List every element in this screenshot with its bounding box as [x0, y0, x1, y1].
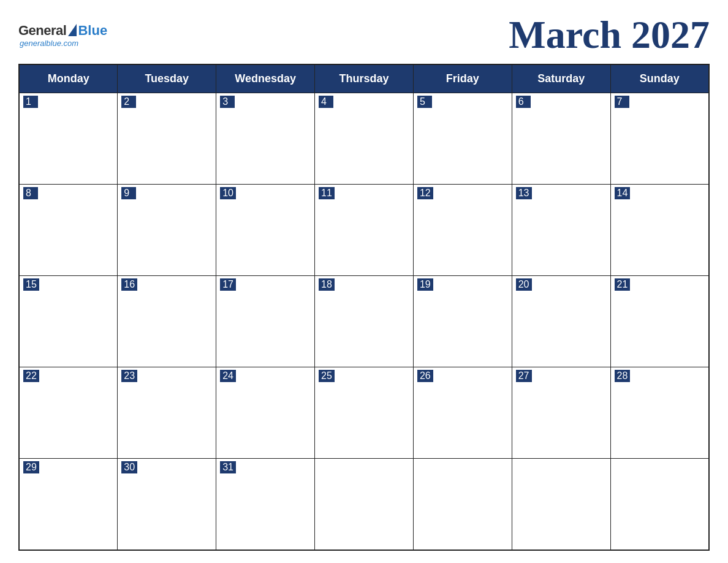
- day-number: 26: [417, 370, 433, 382]
- table-row: [610, 459, 709, 550]
- logo-blue-text: Blue: [78, 23, 107, 39]
- day-number: 1: [23, 96, 38, 108]
- table-row: 22: [19, 367, 118, 459]
- table-row: 7: [610, 93, 709, 185]
- table-row: 25: [315, 367, 414, 459]
- table-row: 24: [216, 367, 315, 459]
- day-number: 24: [220, 370, 236, 382]
- col-monday: Monday: [19, 64, 118, 93]
- day-number: 16: [121, 278, 137, 291]
- calendar-week-row: 293031: [19, 459, 709, 550]
- day-number: 21: [615, 278, 631, 291]
- table-row: 21: [610, 276, 709, 367]
- calendar-week-row: 15161718192021: [19, 276, 709, 367]
- table-row: 30: [118, 459, 216, 550]
- day-number: 13: [516, 187, 532, 199]
- table-row: 10: [216, 185, 315, 276]
- col-friday: Friday: [413, 64, 512, 93]
- col-saturday: Saturday: [512, 64, 610, 93]
- table-row: 2: [118, 93, 216, 185]
- page: General Blue generalblue.com March 2027 …: [0, 0, 728, 563]
- col-thursday: Thursday: [315, 64, 414, 93]
- logo-triangle-icon: [68, 24, 77, 36]
- day-number: 3: [220, 96, 235, 108]
- table-row: 31: [216, 459, 315, 550]
- day-number: 23: [121, 370, 137, 382]
- logo-subtitle-text: generalblue.com: [20, 39, 78, 48]
- day-number: 12: [417, 187, 433, 199]
- table-row: 9: [118, 185, 216, 276]
- month-title: March 2027: [509, 12, 710, 58]
- table-row: 29: [19, 459, 118, 550]
- table-row: 1: [19, 93, 118, 185]
- day-number: 29: [23, 461, 39, 473]
- day-number: 20: [516, 278, 532, 291]
- day-number: 14: [615, 187, 631, 199]
- table-row: 20: [512, 276, 610, 367]
- day-number: 22: [23, 370, 39, 382]
- table-row: 16: [118, 276, 216, 367]
- table-row: 18: [315, 276, 414, 367]
- day-number: 9: [121, 187, 136, 199]
- table-row: 28: [610, 367, 709, 459]
- table-row: 4: [315, 93, 414, 185]
- calendar-body: 1234567891011121314151617181920212223242…: [19, 93, 709, 551]
- calendar-week-row: 891011121314: [19, 185, 709, 276]
- day-number: 2: [121, 96, 136, 108]
- calendar-table: Monday Tuesday Wednesday Thursday Friday…: [18, 64, 710, 551]
- table-row: 3: [216, 93, 315, 185]
- table-row: 11: [315, 185, 414, 276]
- calendar-week-row: 22232425262728: [19, 367, 709, 459]
- col-wednesday: Wednesday: [216, 64, 315, 93]
- table-row: 19: [413, 276, 512, 367]
- table-row: 12: [413, 185, 512, 276]
- day-number: 31: [220, 461, 236, 473]
- header: General Blue generalblue.com March 2027: [18, 12, 710, 58]
- day-number: 25: [319, 370, 335, 382]
- day-number: 15: [23, 278, 39, 291]
- day-number: 4: [319, 96, 333, 108]
- day-number: 11: [319, 187, 335, 199]
- table-row: 14: [610, 185, 709, 276]
- table-row: [512, 459, 610, 550]
- table-row: 15: [19, 276, 118, 367]
- logo: General Blue generalblue.com: [18, 23, 107, 48]
- day-number: 8: [23, 187, 38, 199]
- logo-general-text: General: [18, 23, 66, 39]
- table-row: 27: [512, 367, 610, 459]
- calendar-header-row: Monday Tuesday Wednesday Thursday Friday…: [19, 64, 709, 93]
- table-row: 23: [118, 367, 216, 459]
- day-number: 30: [121, 461, 137, 473]
- table-row: 8: [19, 185, 118, 276]
- day-number: 27: [516, 370, 532, 382]
- col-sunday: Sunday: [610, 64, 709, 93]
- table-row: [413, 459, 512, 550]
- day-number: 19: [417, 278, 433, 291]
- table-row: 17: [216, 276, 315, 367]
- day-number: 10: [220, 187, 236, 199]
- table-row: [315, 459, 414, 550]
- table-row: 6: [512, 93, 610, 185]
- day-number: 7: [615, 96, 629, 108]
- calendar-week-row: 1234567: [19, 93, 709, 185]
- table-row: 13: [512, 185, 610, 276]
- day-number: 17: [220, 278, 236, 291]
- table-row: 5: [413, 93, 512, 185]
- day-number: 18: [319, 278, 335, 291]
- day-number: 6: [516, 96, 531, 108]
- col-tuesday: Tuesday: [118, 64, 216, 93]
- table-row: 26: [413, 367, 512, 459]
- day-number: 28: [615, 370, 631, 382]
- day-number: 5: [417, 96, 432, 108]
